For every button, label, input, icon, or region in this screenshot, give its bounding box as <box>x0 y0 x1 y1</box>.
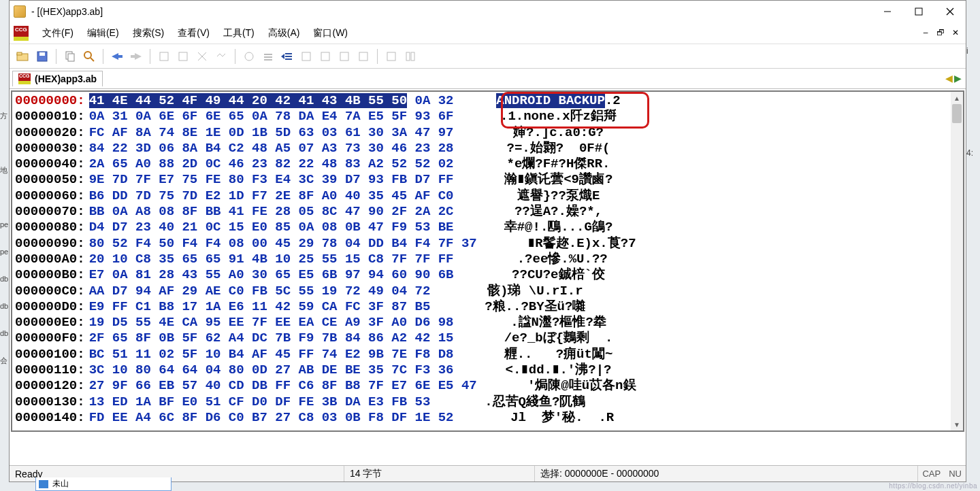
indent-icon[interactable] <box>279 48 295 65</box>
hex-row[interactable]: 00000120:27 9F 66 EB 57 40 CD DB FF C6 8… <box>15 378 960 394</box>
hex-bytes[interactable]: E7 0A 81 28 43 55 A0 30 65 E5 6B 97 94 6… <box>89 267 454 283</box>
hex-row[interactable]: 00000010:0A 31 0A 6E 6F 6E 65 0A 78 DA E… <box>15 109 960 124</box>
hex-ascii[interactable]: /e?_bぼ{鶈剩 . <box>484 331 634 346</box>
hex-bytes[interactable]: 2F 65 8F 0B 5F 62 A4 DC 7B F9 7B 84 86 A… <box>89 331 454 346</box>
hex-ascii[interactable]: ?=.始翾? 0F#( <box>484 141 634 156</box>
hex-ascii[interactable]: ?粮..?BY圣ü?囃 <box>460 299 610 315</box>
hex-bytes[interactable]: FC AF 8A 74 8E 1E 0D 1B 5D 63 03 61 30 3… <box>89 125 454 141</box>
find-icon[interactable] <box>81 48 97 65</box>
tool-l-icon[interactable] <box>402 48 419 65</box>
hex-ascii[interactable]: ??逞A?.嬠?*, <box>484 204 634 220</box>
scrollbar-thumb[interactable] <box>952 104 962 123</box>
titlebar[interactable]: - [(HEX)app3.ab] <box>10 1 966 22</box>
mdi-minimize-button[interactable]: – <box>919 27 932 39</box>
back-icon[interactable] <box>109 48 125 65</box>
hex-row[interactable]: 00000130:13 ED 1A BF E0 51 CF D0 DF FE 3… <box>15 394 960 410</box>
app-menu-icon[interactable] <box>14 26 29 41</box>
close-button[interactable] <box>934 1 966 22</box>
tab-next-icon[interactable]: ▶ <box>954 73 962 84</box>
hex-row[interactable]: 000000D0:E9 FF C1 B8 17 1A E6 11 42 59 C… <box>15 299 960 315</box>
hex-bytes[interactable]: 27 9F 66 EB 57 40 CD DB FF C6 8F B8 7F E… <box>89 378 477 394</box>
hex-row[interactable]: 00000140:FD EE A4 6C 8F D6 C0 B7 27 C8 0… <box>15 410 960 426</box>
mdi-restore-button[interactable]: 🗗 <box>934 27 947 39</box>
hex-bytes[interactable]: D4 D7 23 40 21 0C 15 E0 85 0A 08 0B 47 F… <box>89 220 454 235</box>
menu-file[interactable]: 文件(F) <box>35 24 80 42</box>
hex-bytes[interactable]: 13 ED 1A BF E0 51 CF D0 DF FE 3B DA E3 F… <box>89 394 431 410</box>
hex-row[interactable]: 000000C0:AA D7 94 AF 29 AE C0 FB 5C 55 1… <box>15 284 960 299</box>
hex-row[interactable]: 00000050:9E 7D 7F E7 75 FE 80 F3 E4 3C 3… <box>15 172 960 188</box>
hex-ascii[interactable]: ??CU?e鋮棓`佼 <box>484 267 634 283</box>
hex-ascii[interactable]: '焗陳@哇ü苡各n鋘 <box>507 378 657 394</box>
tab-prev-icon[interactable]: ◀ <box>945 73 953 84</box>
hex-row[interactable]: 000000A0:20 10 C8 35 65 65 91 4B 10 25 5… <box>15 252 960 267</box>
tool-a-icon[interactable] <box>156 48 172 65</box>
hex-row[interactable]: 00000110:3C 10 80 64 64 04 80 0D 27 AB D… <box>15 362 960 378</box>
menu-view[interactable]: 查看(V) <box>171 24 216 42</box>
hex-bytes[interactable]: 84 22 3D 06 8A B4 C2 48 A5 07 A3 73 30 4… <box>89 141 454 156</box>
hex-editor[interactable]: 00000000:41 4E 44 52 4F 49 44 20 42 41 4… <box>11 90 964 432</box>
hex-ascii[interactable]: 糎.. ?痈üt闖~ <box>484 347 634 362</box>
hex-row[interactable]: 000000E0:19 D5 55 4E CA 95 EE 7F EE EA C… <box>15 315 960 331</box>
tool-e-icon[interactable] <box>241 48 257 65</box>
hex-ascii[interactable]: ANDROID BACKUP.2 <box>484 93 634 109</box>
scroll-up-icon[interactable]: ▲ <box>951 92 963 104</box>
hex-ascii[interactable]: .忍苦Q綫鱼?阢鶴 <box>460 394 610 410</box>
tool-i-icon[interactable] <box>336 48 353 65</box>
hex-bytes[interactable]: BC 51 11 02 5F 10 B4 AF 45 FF 74 E2 9B 7… <box>89 347 454 362</box>
hex-row[interactable]: 000000B0:E7 0A 81 28 43 55 A0 30 65 E5 6… <box>15 267 960 283</box>
hex-row[interactable]: 00000060:B6 DD 7D 75 7D E2 1D F7 2E 8F A… <box>15 188 960 204</box>
hex-bytes[interactable]: AA D7 94 AF 29 AE C0 FB 5C 55 19 72 49 0… <box>89 284 431 299</box>
hex-row[interactable]: 00000090:80 52 F4 50 F4 F4 08 00 45 29 7… <box>15 236 960 252</box>
hex-row[interactable]: 00000030:84 22 3D 06 8A B4 C2 48 A5 07 A… <box>15 141 960 156</box>
hex-row[interactable]: 00000000:41 4E 44 52 4F 49 44 20 42 41 4… <box>15 93 960 109</box>
hex-row[interactable]: 00000040:2A 65 A0 88 2D 0C 46 23 82 22 4… <box>15 156 960 172</box>
hex-row[interactable]: 00000070:BB 0A A8 08 8F BB 41 FE 28 05 8… <box>15 204 960 220</box>
hex-row[interactable]: 000000F0:2F 65 8F 0B 5F 62 A4 DC 7B F9 7… <box>15 331 960 346</box>
scrollbar-vertical[interactable]: ▲ ▼ <box>951 92 963 430</box>
hex-ascii[interactable]: 幸#@!.鴄...G鵮? <box>484 220 634 235</box>
tool-d-icon[interactable] <box>213 48 229 65</box>
mdi-close-button[interactable]: ✕ <box>949 27 962 39</box>
menu-window[interactable]: 窗口(W) <box>306 24 355 42</box>
hex-ascii[interactable]: Jl 梦'秘. .R <box>484 410 634 426</box>
menu-adv[interactable]: 高级(A) <box>261 24 307 42</box>
hex-bytes[interactable]: B6 DD 7D 75 7D E2 1D F7 2E 8F A0 40 35 4… <box>89 188 454 204</box>
hex-bytes[interactable]: 9E 7D 7F E7 75 FE 80 F3 E4 3C 39 D7 93 F… <box>89 172 454 188</box>
hex-bytes[interactable]: 80 52 F4 50 F4 F4 08 00 45 29 78 04 DD B… <box>89 236 477 252</box>
hex-ascii[interactable]: 遮譽}??泵熾E <box>484 188 634 204</box>
tool-b-icon[interactable] <box>175 48 191 65</box>
hex-ascii[interactable]: 骸)珶 \U.rI.r <box>460 284 610 299</box>
hex-ascii[interactable]: ∎R鬠趂.E)x.莨?7 <box>507 236 657 252</box>
copy-icon[interactable] <box>62 48 78 65</box>
save-icon[interactable] <box>34 48 50 65</box>
minimize-button[interactable] <box>872 1 903 22</box>
open-icon[interactable] <box>15 48 31 65</box>
menu-edit[interactable]: 编辑(E) <box>80 24 126 42</box>
hex-bytes[interactable]: 20 10 C8 35 65 65 91 4B 10 25 55 15 C8 7… <box>89 252 454 267</box>
menu-tools[interactable]: 工具(T) <box>216 24 261 42</box>
tool-c-icon[interactable] <box>194 48 210 65</box>
hex-bytes[interactable]: 19 D5 55 4E CA 95 EE 7F EE EA CE A9 3F A… <box>89 315 454 331</box>
hex-ascii[interactable]: .?ee慘.%U.?? <box>484 252 634 267</box>
desktop-item[interactable]: 未山 <box>35 477 172 491</box>
maximize-button[interactable] <box>903 1 934 22</box>
hex-bytes[interactable]: FD EE A4 6C 8F D6 C0 B7 27 C8 03 0B F8 D… <box>89 410 454 426</box>
hex-ascii[interactable]: 瀚∎鎭讬蕓<9讚鹵? <box>484 172 634 188</box>
hex-row[interactable]: 00000100:BC 51 11 02 5F 10 B4 AF 45 FF 7… <box>15 347 960 362</box>
tool-k-icon[interactable] <box>383 48 399 65</box>
hex-ascii[interactable]: <.∎dd.∎.'沸?|? <box>484 362 634 378</box>
menu-search[interactable]: 搜索(S) <box>126 24 172 42</box>
hex-bytes[interactable]: BB 0A A8 08 8F BB 41 FE 28 05 8C 47 90 2… <box>89 204 454 220</box>
hex-row[interactable]: 00000020:FC AF 8A 74 8E 1E 0D 1B 5D 63 0… <box>15 125 960 141</box>
hex-ascii[interactable]: .1.none.x阡z鋁搿 <box>484 109 634 124</box>
tool-g-icon[interactable] <box>298 48 314 65</box>
document-tab[interactable]: (HEX)app3.ab <box>12 71 103 86</box>
hex-ascii[interactable]: 婶?.]c.a0:G? <box>484 125 634 141</box>
hex-bytes[interactable]: 2A 65 A0 88 2D 0C 46 23 82 22 48 83 A2 5… <box>89 156 454 172</box>
scroll-down-icon[interactable]: ▼ <box>951 418 963 430</box>
forward-icon[interactable] <box>128 48 144 65</box>
hex-ascii[interactable]: *e爛?F#?H傑RR. <box>484 156 634 172</box>
hex-bytes[interactable]: E9 FF C1 B8 17 1A E6 11 42 59 CA FC 3F 8… <box>89 299 431 315</box>
hex-ascii[interactable]: .諡N瀊?樞惟?牶 <box>484 315 634 331</box>
tool-h-icon[interactable] <box>317 48 333 65</box>
